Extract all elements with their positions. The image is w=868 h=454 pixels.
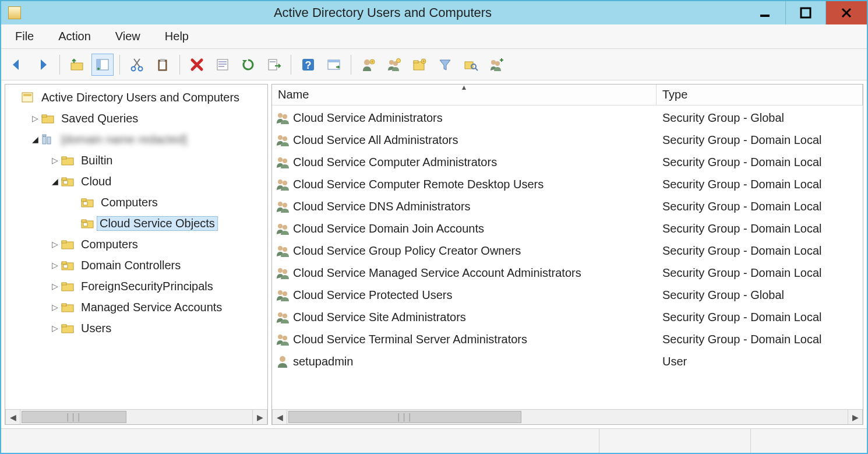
scroll-right-button[interactable]: ▶ — [252, 410, 267, 424]
toolbar-up-folder-button[interactable] — [66, 54, 88, 76]
properties-pane-icon — [95, 57, 110, 72]
cell-type: User — [657, 355, 863, 368]
tree-item[interactable]: ◢[domain name redacted] — [6, 129, 266, 150]
svg-point-76 — [283, 247, 287, 252]
group-icon — [276, 244, 293, 257]
list-row[interactable]: Cloud Service Managed Service Account Ad… — [272, 262, 863, 284]
tree-item[interactable]: ▷Computers — [6, 234, 266, 255]
menu-help[interactable]: Help — [157, 27, 197, 45]
tree-item[interactable]: ▷Users — [6, 318, 266, 339]
list-row[interactable]: Cloud Service Group Policy Creator Owner… — [272, 240, 863, 262]
add-group-icon — [386, 57, 401, 72]
toolbar-properties-pane-button[interactable] — [91, 54, 114, 76]
toolbar-run-button[interactable] — [323, 54, 345, 76]
scroll-thumb[interactable]: │││ — [22, 411, 126, 423]
svg-point-82 — [283, 314, 287, 318]
toolbar-add-users-button[interactable] — [485, 54, 507, 76]
scroll-track[interactable]: │││ — [287, 410, 848, 424]
scroll-left-button[interactable]: ◀ — [272, 410, 287, 424]
cut-icon — [129, 57, 144, 72]
close-button[interactable] — [826, 1, 867, 24]
expander-closed-icon[interactable]: ▷ — [50, 323, 60, 333]
toolbar-refresh-button[interactable] — [237, 54, 259, 76]
expander-closed-icon[interactable]: ▷ — [30, 114, 40, 123]
cell-name: Cloud Service All Administrators — [272, 133, 657, 147]
column-header-type[interactable]: Type — [657, 85, 863, 105]
scroll-left-button[interactable]: ◀ — [5, 410, 20, 424]
group-icon — [276, 266, 293, 279]
list-row[interactable]: Cloud Service Protected UsersSecurity Gr… — [272, 284, 863, 306]
expander-closed-icon[interactable]: ▷ — [50, 240, 60, 249]
tree-item[interactable]: ◢Cloud — [6, 171, 266, 192]
tree-item[interactable]: ▷Managed Service Accounts — [6, 297, 266, 318]
scroll-right-button[interactable]: ▶ — [848, 410, 863, 424]
maximize-button[interactable] — [785, 1, 826, 24]
svg-point-23 — [389, 60, 394, 65]
tree-item[interactable]: Computers — [6, 192, 266, 213]
toolbar-find-button[interactable] — [460, 54, 482, 76]
svg-rect-38 — [47, 137, 51, 144]
list-pane: Name ▲ Type Cloud Service Administrators… — [271, 84, 863, 425]
tree-item[interactable]: ▷Builtin — [6, 150, 266, 171]
expander-closed-icon[interactable]: ▷ — [50, 261, 60, 270]
column-header-name[interactable]: Name ▲ — [272, 85, 657, 105]
toolbar-export-button[interactable] — [263, 54, 285, 76]
toolbar-delete-button[interactable] — [186, 54, 208, 76]
list-row[interactable]: Cloud Service Computer Remote Desktop Us… — [272, 173, 863, 195]
tree-item[interactable]: ▷Saved Queries — [6, 108, 266, 129]
expander-closed-icon[interactable]: ▷ — [50, 156, 60, 165]
export-icon — [266, 57, 281, 72]
toolbar-help-button[interactable]: ? — [297, 54, 319, 76]
svg-rect-2 — [71, 63, 83, 70]
row-name-label: Cloud Service All Administrators — [293, 133, 458, 147]
tree-item[interactable]: Active Directory Users and Computers — [6, 87, 266, 108]
toolbar-properties-button[interactable] — [211, 54, 234, 76]
toolbar-add-ou-button[interactable] — [408, 54, 431, 76]
tree-item[interactable]: ▷Domain Controllers — [6, 255, 266, 276]
toolbar-filter-button[interactable] — [434, 54, 456, 76]
toolbar-cut-button[interactable] — [126, 54, 148, 76]
list-row[interactable]: setupadminUser — [272, 350, 863, 372]
add-ou-icon — [412, 57, 427, 72]
row-type-label: Security Group - Domain Local — [662, 178, 821, 191]
minimize-button[interactable] — [744, 1, 785, 24]
tree-item[interactable]: Cloud Service Objects — [6, 213, 266, 234]
toolbar-paste-button[interactable] — [151, 54, 174, 76]
scroll-track[interactable]: │││ — [20, 410, 252, 424]
menu-view[interactable]: View — [107, 27, 149, 45]
list-row[interactable]: Cloud Service Terminal Server Administra… — [272, 328, 863, 350]
svg-text:?: ? — [305, 59, 312, 71]
list-row[interactable]: Cloud Service AdministratorsSecurity Gro… — [272, 107, 863, 129]
row-name-label: Cloud Service Terminal Server Administra… — [293, 333, 527, 346]
menu-action[interactable]: Action — [50, 27, 99, 45]
svg-point-85 — [280, 356, 285, 362]
menu-file[interactable]: File — [7, 27, 42, 45]
toolbar-separator — [59, 55, 60, 75]
scroll-thumb[interactable]: │││ — [288, 411, 521, 423]
toolbar-add-user-button[interactable] — [357, 54, 379, 76]
list-row[interactable]: Cloud Service Site AdministratorsSecurit… — [272, 306, 863, 328]
group-icon — [276, 200, 293, 213]
tree[interactable]: Active Directory Users and Computers▷Sav… — [5, 85, 267, 341]
list-hscroll[interactable]: ◀ │││ ▶ — [272, 409, 863, 424]
expander-open-icon[interactable]: ◢ — [50, 177, 60, 186]
svg-rect-40 — [45, 136, 46, 137]
toolbar-forward-arrow-button[interactable] — [31, 54, 54, 76]
list-row[interactable]: Cloud Service All AdministratorsSecurity… — [272, 129, 863, 151]
titlebar[interactable]: Active Directory Users and Computers — [1, 1, 867, 24]
svg-rect-53 — [62, 241, 66, 243]
toolbar-back-arrow-button[interactable] — [6, 54, 28, 76]
list-row[interactable]: Cloud Service Computer AdministratorsSec… — [272, 151, 863, 173]
close-icon — [840, 6, 853, 19]
list-rows[interactable]: Cloud Service AdministratorsSecurity Gro… — [272, 105, 863, 374]
expander-closed-icon[interactable]: ▷ — [50, 302, 60, 312]
toolbar-separator — [291, 55, 291, 75]
status-segment-3 — [750, 429, 867, 453]
tree-item[interactable]: ▷ForeignSecurityPrincipals — [6, 276, 266, 297]
list-row[interactable]: Cloud Service Domain Join AccountsSecuri… — [272, 217, 863, 240]
toolbar-add-group-button[interactable] — [383, 54, 405, 76]
tree-hscroll[interactable]: ◀ │││ ▶ — [5, 409, 267, 424]
expander-closed-icon[interactable]: ▷ — [50, 281, 60, 291]
expander-open-icon[interactable]: ◢ — [30, 135, 40, 144]
list-row[interactable]: Cloud Service DNS AdministratorsSecurity… — [272, 195, 863, 217]
